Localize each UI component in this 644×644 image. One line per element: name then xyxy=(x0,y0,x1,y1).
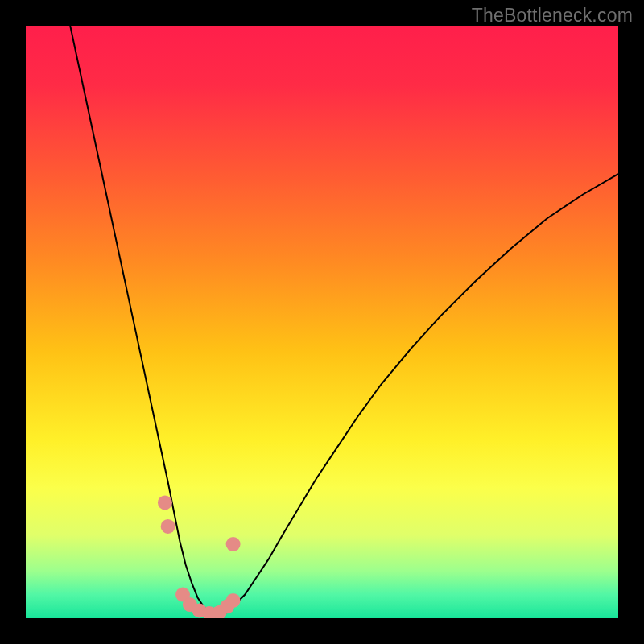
data-marker xyxy=(158,495,172,510)
data-marker xyxy=(161,519,175,534)
chart-frame: TheBottleneck.com xyxy=(0,0,644,644)
gradient-background xyxy=(26,26,618,618)
data-marker xyxy=(226,593,241,608)
watermark-text: TheBottleneck.com xyxy=(472,5,633,27)
plot-area xyxy=(26,26,618,618)
data-marker xyxy=(226,537,241,551)
chart-svg xyxy=(26,26,618,618)
